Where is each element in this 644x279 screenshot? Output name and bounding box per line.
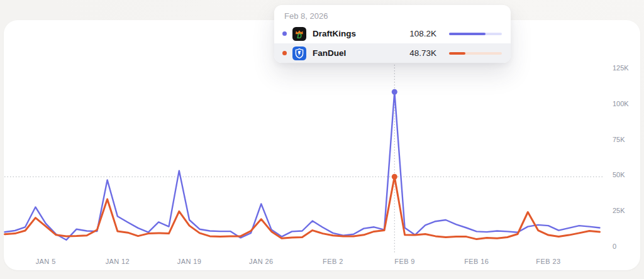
series-name: FanDuel bbox=[313, 48, 409, 58]
series-share-bar-fill bbox=[449, 52, 465, 55]
svg-text:D: D bbox=[297, 31, 302, 39]
fanduel-hover-point[interactable] bbox=[392, 174, 397, 180]
series-value: 48.73K bbox=[409, 48, 436, 58]
draftkings-icon: D bbox=[292, 27, 306, 41]
series-share-bar bbox=[449, 33, 502, 35]
fanduel-series-line[interactable] bbox=[5, 177, 600, 239]
series-color-dot bbox=[282, 51, 287, 55]
draftkings-hover-point[interactable] bbox=[392, 89, 397, 95]
tooltip-date: Feb 8, 2026 bbox=[274, 5, 511, 24]
tooltip-rows: D DraftKings 108.2K FanDuel 48.73K bbox=[274, 24, 511, 63]
fanduel-icon bbox=[292, 46, 306, 60]
series-name: DraftKings bbox=[313, 29, 409, 38]
tooltip-row[interactable]: FanDuel 48.73K bbox=[274, 43, 511, 63]
series-value: 108.2K bbox=[409, 29, 436, 38]
draftkings-series-line[interactable] bbox=[5, 92, 600, 240]
series-share-bar-fill bbox=[449, 33, 486, 35]
series-color-dot bbox=[282, 31, 287, 36]
tooltip-row[interactable]: D DraftKings 108.2K bbox=[274, 24, 511, 43]
series-share-bar bbox=[449, 52, 502, 55]
tooltip: Feb 8, 2026 D DraftKings 108.2K FanDuel … bbox=[274, 5, 511, 63]
